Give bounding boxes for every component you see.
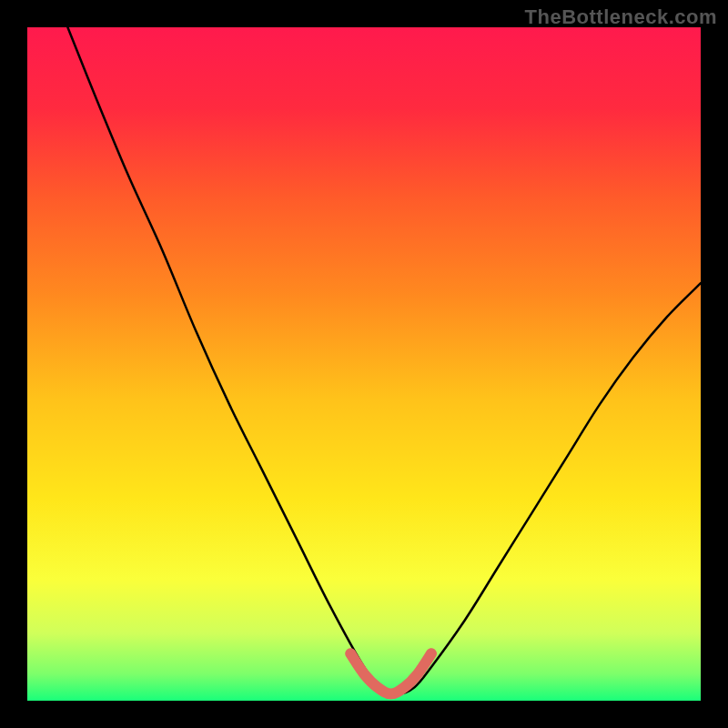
bottleneck-chart: [0, 0, 728, 728]
plot-background: [27, 27, 701, 701]
chart-stage: TheBottleneck.com: [0, 0, 728, 728]
watermark-text: TheBottleneck.com: [525, 5, 717, 29]
